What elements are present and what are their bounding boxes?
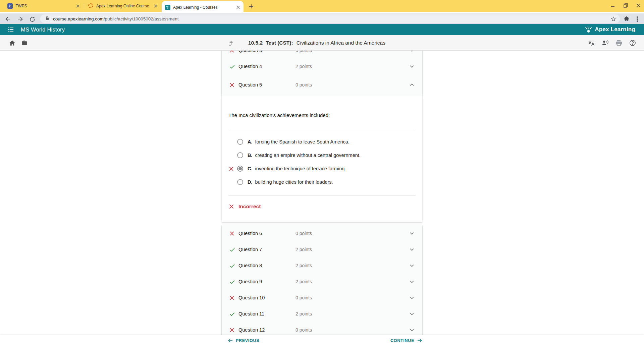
question-detail-panel: The Inca civilization's achievements inc… bbox=[222, 96, 422, 222]
tab-title: FWPS bbox=[15, 4, 72, 8]
radio-button[interactable] bbox=[237, 152, 243, 158]
browser-menu-icon[interactable] bbox=[634, 15, 641, 23]
option-letter: B. bbox=[248, 153, 253, 158]
activity-toolbar: 10.5.2 Test (CST): Civilizations in Afri… bbox=[0, 35, 644, 51]
divider bbox=[228, 129, 416, 129]
briefcase-icon[interactable] bbox=[20, 39, 28, 47]
fwps-favicon bbox=[7, 3, 13, 9]
radio-button[interactable] bbox=[237, 179, 243, 185]
question-label: Question 12 bbox=[238, 327, 296, 333]
new-tab-button[interactable] bbox=[248, 3, 255, 10]
answer-option: D. building huge cities for their leader… bbox=[228, 175, 416, 189]
chevron-down-icon bbox=[408, 310, 416, 318]
question-row[interactable]: Question 10 0 points bbox=[222, 290, 422, 306]
loading-spinner-favicon bbox=[88, 3, 94, 9]
option-text: inventing the technique of terrace farmi… bbox=[255, 166, 346, 171]
minimize-icon[interactable] bbox=[610, 3, 615, 8]
check-icon bbox=[229, 263, 235, 269]
question-row[interactable]: Question 9 2 points bbox=[222, 274, 422, 290]
restore-icon[interactable] bbox=[623, 3, 628, 8]
x-icon bbox=[229, 295, 235, 301]
translate-icon[interactable] bbox=[587, 39, 595, 47]
close-icon[interactable] bbox=[636, 3, 641, 8]
chevron-down-icon bbox=[408, 246, 416, 253]
radio-button[interactable] bbox=[237, 139, 243, 145]
continue-button[interactable]: CONTINUE bbox=[390, 335, 423, 346]
window-controls bbox=[610, 0, 641, 11]
tab-separator bbox=[84, 3, 84, 9]
question-points: 0 points bbox=[296, 295, 312, 300]
question-label: Question 9 bbox=[238, 279, 296, 284]
status-icon bbox=[229, 294, 238, 301]
activity-type: Test (CST): bbox=[266, 40, 293, 46]
question-points: 2 points bbox=[296, 263, 312, 268]
home-icon[interactable] bbox=[8, 39, 16, 47]
arrow-left-icon bbox=[227, 338, 233, 344]
x-icon-slot bbox=[228, 139, 237, 145]
question-label: Question 10 bbox=[238, 295, 296, 300]
tab-fwps[interactable]: FWPS bbox=[4, 0, 83, 12]
question-row[interactable]: Question 7 2 points bbox=[222, 241, 422, 257]
forward-icon[interactable] bbox=[16, 15, 24, 23]
question-label: Question 5 bbox=[238, 82, 296, 88]
url-path: /public/activity/10005002/assessment bbox=[104, 16, 179, 21]
address-bar[interactable]: course.apexlearning.com/public/activity/… bbox=[40, 14, 620, 23]
chevron-down-icon bbox=[408, 262, 416, 269]
check-icon bbox=[229, 63, 235, 70]
print-icon[interactable] bbox=[615, 39, 623, 47]
previous-button[interactable]: PREVIOUS bbox=[227, 335, 259, 346]
url-text: course.apexlearning.com/public/activity/… bbox=[53, 16, 178, 21]
question-points: 2 points bbox=[296, 311, 312, 316]
answer-option: C. inventing the technique of terrace fa… bbox=[228, 162, 416, 175]
apex-learning-logo-icon bbox=[584, 25, 593, 34]
close-icon[interactable] bbox=[235, 5, 241, 10]
chevron-up-icon bbox=[408, 81, 416, 89]
tab-apex-online-course[interactable]: Apex Learning Online Course bbox=[85, 0, 161, 12]
close-icon[interactable] bbox=[153, 3, 158, 9]
status-icon bbox=[229, 81, 238, 88]
chevron-down-icon bbox=[408, 63, 416, 70]
up-level-icon[interactable] bbox=[227, 39, 235, 47]
question-points: 0 points bbox=[296, 82, 312, 88]
status-icon bbox=[229, 278, 238, 285]
tab-apex-courses[interactable]: Apex Learning - Courses bbox=[162, 1, 244, 13]
back-icon[interactable] bbox=[4, 15, 12, 23]
close-icon[interactable] bbox=[75, 3, 80, 9]
tab-strip: FWPS Apex Learning Online Course Apex Le… bbox=[0, 0, 644, 12]
question-label: Question 8 bbox=[238, 263, 296, 268]
question-row[interactable]: Question 8 2 points bbox=[222, 257, 422, 274]
x-icon bbox=[229, 82, 235, 88]
option-text: creating an empire without a central gov… bbox=[255, 153, 361, 158]
activity-title: 10.5.2 Test (CST): Civilizations in Afri… bbox=[248, 35, 385, 50]
option-text: forcing the Spanish to leave South Ameri… bbox=[255, 139, 350, 145]
question-row[interactable]: Question 5 0 points bbox=[222, 77, 422, 93]
text-to-speech-icon[interactable] bbox=[601, 39, 609, 47]
question-row[interactable]: Question 4 2 points bbox=[222, 58, 422, 74]
tab-title: Apex Learning - Courses bbox=[173, 5, 233, 10]
previous-label: PREVIOUS bbox=[236, 338, 259, 343]
question-points: 2 points bbox=[296, 247, 312, 252]
answer-option: A. forcing the Spanish to leave South Am… bbox=[228, 135, 416, 149]
activity-code: 10.5.2 bbox=[248, 40, 263, 46]
radio-button-selected[interactable] bbox=[237, 166, 243, 172]
question-points: 0 points bbox=[296, 327, 312, 333]
x-icon-slot bbox=[228, 152, 237, 158]
status-icon bbox=[229, 262, 238, 269]
course-menu-icon[interactable] bbox=[7, 25, 15, 34]
help-icon[interactable] bbox=[629, 39, 637, 47]
app-header: MS World History Apex Learning bbox=[0, 24, 644, 35]
question-points: 2 points bbox=[296, 279, 312, 284]
x-icon bbox=[228, 166, 237, 172]
chevron-down-icon bbox=[408, 294, 416, 301]
brand-name: Apex Learning bbox=[595, 26, 635, 33]
extensions-puzzle-icon[interactable] bbox=[623, 15, 631, 23]
question-row[interactable]: Question 6 0 points bbox=[222, 225, 422, 241]
answer-option: B. creating an empire without a central … bbox=[228, 149, 416, 162]
question-row[interactable]: Question 11 2 points bbox=[222, 306, 422, 322]
refresh-icon[interactable] bbox=[28, 15, 36, 23]
option-letter: D. bbox=[248, 179, 253, 185]
bookmark-star-icon[interactable] bbox=[610, 15, 616, 22]
question-prompt: The Inca civilization's achievements inc… bbox=[228, 96, 416, 118]
status-icon bbox=[229, 246, 238, 253]
check-icon bbox=[229, 279, 235, 285]
